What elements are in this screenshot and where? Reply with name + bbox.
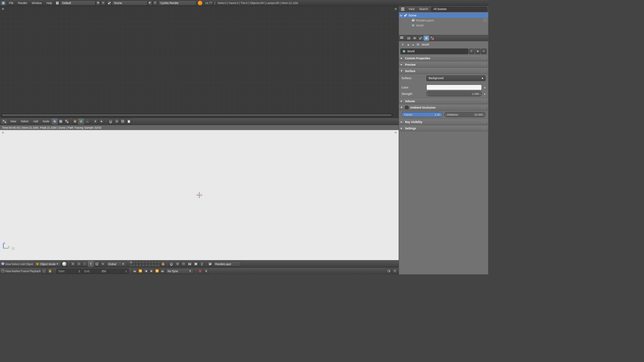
pin-icon[interactable] [93,119,98,124]
renderlayer-browse-icon[interactable] [207,261,213,267]
tl-menu-view[interactable]: View [5,269,11,273]
layer-buttons[interactable] [130,261,160,266]
strength-slider[interactable]: 1.000 [426,91,482,96]
snap-element-icon[interactable]: ⊞ [175,261,180,267]
delete-layout-icon[interactable]: ✕ [101,0,106,5]
tree-scene-row[interactable]: ⊖ Scene [399,13,488,18]
3d-menu-select[interactable]: Select [12,262,19,265]
rotate-gizmo-icon[interactable] [94,261,100,267]
menu-render[interactable]: Render [16,0,30,6]
render-image-icon[interactable] [187,261,193,267]
keyframe-next-icon[interactable]: ⏩ [155,268,160,274]
panel-header-preview[interactable]: ▸Preview⋮⋮ [399,61,488,67]
play-icon[interactable]: ▶ [149,268,154,274]
split-corner-icon[interactable]: ✚ [394,7,397,11]
outliner-menu-view[interactable]: View [407,7,416,10]
tl-menu-frame[interactable]: Frame [21,269,29,273]
node-menu-add[interactable]: Add [31,120,40,123]
delete-scene-icon[interactable]: ✕ [153,0,157,5]
tab-render-icon[interactable] [406,36,412,41]
start-frame-field[interactable]: Start:1 [57,268,82,274]
snap-icon[interactable] [108,119,113,124]
split-corner-icon[interactable]: ✚ [394,131,397,135]
copy-nodes-icon[interactable] [120,119,126,124]
new-world-icon[interactable]: ✚ [475,49,481,54]
scene-select[interactable]: Scene [112,0,147,5]
node-menu-select[interactable]: Select [19,120,31,123]
pin-icon[interactable] [400,42,405,47]
menu-file[interactable]: File [7,0,16,6]
pause-render-icon[interactable]: ‖ [199,261,205,267]
panel-header-ao[interactable]: ▾Ambient Occlusion⋮⋮ [399,105,488,111]
render-engine-select[interactable]: Cycles Render [158,0,196,5]
outliner-menu-search[interactable]: Search [418,7,430,10]
lock-range-icon[interactable]: 🔒 [47,268,53,274]
tab-renderlayers-icon[interactable] [412,36,418,41]
menu-help[interactable]: Help [44,0,54,6]
world-color-field[interactable] [426,84,482,90]
translate-gizmo-icon[interactable] [88,261,94,267]
tab-texture-icon[interactable] [429,36,435,41]
tree-renderlayers-row[interactable]: RenderLayers [399,18,488,23]
3d-menu-add[interactable]: Add [20,262,25,265]
jump-end-icon[interactable]: ⏭ [160,268,165,274]
play-reverse-icon[interactable]: ◀ [144,268,149,274]
autokey-icon[interactable] [197,268,203,274]
key-insert-icon[interactable] [386,268,392,274]
unlink-world-icon[interactable]: ✕ [481,49,487,54]
renderlayer-toggle-icon[interactable] [483,18,487,22]
renderlayer-select[interactable]: RenderLayer [213,261,241,267]
world-name-field[interactable]: World [400,49,468,54]
linestyle-shader-icon[interactable] [85,119,90,124]
world-shader-icon[interactable] [78,119,84,124]
outliner-display-mode[interactable]: All Scenes [431,7,487,11]
tl-menu-marker[interactable]: Marker [12,269,20,273]
panel-header-ray[interactable]: ▸Ray Visibility⋮⋮ [399,119,488,125]
node-menu-view[interactable]: View [8,120,18,123]
ao-enable-checkbox[interactable] [405,106,409,109]
split-corner-icon[interactable]: ✚ [2,7,4,11]
3d-menu-object[interactable]: Object [25,262,34,265]
paste-nodes-icon[interactable]: 📋 [126,119,132,124]
editor-type-node-icon[interactable] [1,119,8,124]
outliner-tree[interactable]: ⊖ Scene RenderLayers World [399,12,488,35]
go-parent-icon[interactable] [99,119,104,124]
key-delete-icon[interactable]: ✕ [392,268,398,274]
split-corner-icon[interactable]: ✚ [2,131,4,135]
pivot-individual-icon[interactable]: ⊙ [76,261,82,267]
pivot-icon[interactable]: ⊕ [70,261,76,267]
snap-type-icon[interactable]: ⊞ [114,119,120,124]
keying-set-icon[interactable] [204,268,209,274]
orientation-select[interactable]: Global▾ [106,261,127,267]
render-anim-icon[interactable] [193,261,199,267]
panel-header-settings[interactable]: ▸Settings⋮⋮ [399,125,488,131]
keyframe-prev-icon[interactable]: ⏪ [138,268,143,274]
editor-type-timeline-icon[interactable] [1,269,5,273]
3d-viewport[interactable]: ✚ ✚ zy (1) [0,130,399,260]
add-layout-icon[interactable]: ✚ [96,0,100,5]
tab-scene-icon[interactable] [418,36,423,41]
scene-bc-icon[interactable] [407,42,411,47]
ao-factor-slider[interactable]: Factor:1.00 [401,112,443,117]
manipulator-icon[interactable] [82,261,88,267]
scene-browse-icon[interactable] [107,0,112,5]
snap-toggle-icon[interactable] [169,261,174,267]
editor-type-info-icon[interactable]: i [0,0,6,5]
screen-layout-select[interactable]: Default [60,0,96,5]
tab-world-icon[interactable] [424,36,429,41]
panel-header-custom[interactable]: ▸Custom Properties⋮⋮ [399,55,488,61]
range-toggle-icon[interactable] [41,268,47,274]
3d-menu-view[interactable]: View [5,262,11,265]
shader-tree-icon[interactable] [52,119,58,124]
editor-type-properties-icon[interactable] [400,36,404,40]
scale-gizmo-icon[interactable] [100,261,106,267]
panel-header-surface[interactable]: ▾Surface⋮⋮ [399,68,488,74]
end-frame-field[interactable]: End:250 [83,268,108,274]
horizontal-scrollbar[interactable] [1,114,392,117]
panel-header-volume[interactable]: ▸Volume⋮⋮ [399,98,488,104]
fake-user-button[interactable]: F [469,49,475,54]
compositor-tree-icon[interactable] [58,119,64,124]
lock-camera-icon[interactable]: 🔒 [160,261,166,267]
add-scene-icon[interactable]: ✚ [148,0,152,5]
tree-world-row[interactable]: World [399,23,488,28]
